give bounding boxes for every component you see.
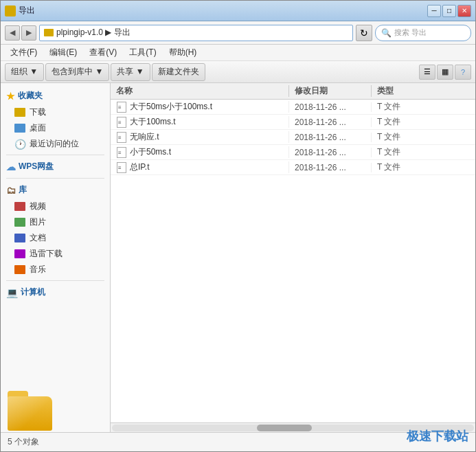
col-header-type[interactable]: 类型 xyxy=(372,85,475,97)
minimize-button[interactable]: ─ xyxy=(427,5,441,17)
search-placeholder: 搜索 导出 xyxy=(394,27,427,38)
menu-file[interactable]: 文件(F) xyxy=(5,45,43,60)
col-header-name[interactable]: 名称 xyxy=(111,85,289,97)
file-icon xyxy=(116,162,127,173)
file-name: 大于50ms小于100ms.t xyxy=(130,101,212,113)
file-date-cell: 2018-11-26 ... xyxy=(289,163,372,172)
sidebar-section-favorites: ★ 收藏夹 下载 桌面 🕐 最近访问的位 xyxy=(1,87,110,152)
sidebar-section-library: 🗂 库 视频 图片 文档 迅雷下载 xyxy=(1,181,110,278)
file-type-cell: T 文件 xyxy=(372,131,475,143)
organize-button[interactable]: 组织 ▼ xyxy=(5,63,44,81)
addressbar: ◀ ▶ plpingip-v1.0 ▶ 导出 ↻ 🔍 搜索 导出 xyxy=(1,21,475,45)
view-help-icon[interactable]: ? xyxy=(455,65,471,80)
sidebar-item-desktop[interactable]: 桌面 xyxy=(1,120,110,136)
file-name: 无响应.t xyxy=(130,131,159,143)
filelist-body: 大于50ms小于100ms.t 2018-11-26 ... T 文件 大于10… xyxy=(111,100,475,422)
sidebar-item-download[interactable]: 下载 xyxy=(1,104,110,120)
file-icon xyxy=(116,117,127,128)
sidebar-header-library[interactable]: 🗂 库 xyxy=(1,181,110,199)
sidebar-header-favorites[interactable]: ★ 收藏夹 xyxy=(1,87,110,104)
scrollbar-thumb[interactable] xyxy=(257,425,312,431)
view-details-icon[interactable]: ▦ xyxy=(437,65,453,80)
sidebar-item-doc[interactable]: 文档 xyxy=(1,230,110,246)
file-date-cell: 2018-11-26 ... xyxy=(289,117,372,127)
search-icon: 🔍 xyxy=(381,28,392,38)
file-name: 大于100ms.t xyxy=(130,116,176,128)
table-row[interactable]: 小于50ms.t 2018-11-26 ... T 文件 xyxy=(111,145,475,160)
file-icon xyxy=(116,102,127,113)
view-list-icon[interactable]: ☰ xyxy=(419,65,435,80)
table-row[interactable]: 总IP.t 2018-11-26 ... T 文件 xyxy=(111,160,475,175)
sidebar-item-recent[interactable]: 🕐 最近访问的位 xyxy=(1,136,110,152)
sidebar-section-computer: 💻 计算机 xyxy=(1,284,110,301)
path-folder-icon xyxy=(44,29,54,36)
status-text: 5 个对象 xyxy=(8,436,39,448)
menu-view[interactable]: 查看(V) xyxy=(84,45,122,60)
table-row[interactable]: 大于50ms小于100ms.t 2018-11-26 ... T 文件 xyxy=(111,100,475,115)
desktop-icon xyxy=(14,124,25,133)
path-box[interactable]: plpingip-v1.0 ▶ 导出 xyxy=(39,25,353,41)
include-library-button[interactable]: 包含到库中 ▼ xyxy=(45,63,109,81)
file-name-cell: 总IP.t xyxy=(111,161,289,173)
nav-buttons: ◀ ▶ xyxy=(5,25,36,41)
search-box[interactable]: 🔍 搜索 导出 xyxy=(375,25,471,41)
forward-button[interactable]: ▶ xyxy=(21,25,36,41)
recent-icon: 🕐 xyxy=(14,139,25,149)
col-header-date[interactable]: 修改日期 xyxy=(289,85,372,97)
doc-label: 文档 xyxy=(30,232,46,244)
folder-icon xyxy=(14,108,25,117)
menubar: 文件(F) 编辑(E) 查看(V) 工具(T) 帮助(H) xyxy=(1,45,475,61)
sidebar-header-computer[interactable]: 💻 计算机 xyxy=(1,284,110,301)
favorites-label: 收藏夹 xyxy=(18,90,43,102)
sidebar-section-wps: ☁ WPS网盘 xyxy=(1,158,110,175)
view-buttons: ☰ ▦ ? xyxy=(419,65,471,80)
sidebar-item-thunder[interactable]: 迅雷下载 xyxy=(1,246,110,262)
new-folder-button[interactable]: 新建文件夹 xyxy=(152,63,205,81)
computer-label: 计算机 xyxy=(21,286,45,298)
doc-icon xyxy=(14,234,25,242)
back-button[interactable]: ◀ xyxy=(5,25,20,41)
filelist-header: 名称 修改日期 类型 xyxy=(111,83,475,100)
file-date-cell: 2018-11-26 ... xyxy=(289,102,372,112)
picture-icon xyxy=(14,218,25,227)
share-button[interactable]: 共享 ▼ xyxy=(111,63,150,81)
path-text: plpingip-v1.0 ▶ 导出 xyxy=(56,27,131,38)
divider-2 xyxy=(6,178,104,179)
music-label: 音乐 xyxy=(30,264,46,275)
video-icon xyxy=(14,202,25,211)
file-name-cell: 小于50ms.t xyxy=(111,146,289,158)
filelist-container: 名称 修改日期 类型 大于50ms小于100ms.t 2018-11-26 ..… xyxy=(111,83,475,432)
sidebar-header-wps[interactable]: ☁ WPS网盘 xyxy=(1,158,110,175)
table-row[interactable]: 大于100ms.t 2018-11-26 ... T 文件 xyxy=(111,115,475,130)
menu-tools[interactable]: 工具(T) xyxy=(124,45,161,60)
file-name-cell: 无响应.t xyxy=(111,131,289,143)
file-name-cell: 大于100ms.t xyxy=(111,116,289,128)
main-content: ★ 收藏夹 下载 桌面 🕐 最近访问的位 xyxy=(1,83,475,432)
download-label: 下载 xyxy=(30,106,46,118)
horizontal-scrollbar[interactable] xyxy=(111,422,475,432)
menu-edit[interactable]: 编辑(E) xyxy=(44,45,82,60)
scrollbar-track xyxy=(112,425,474,431)
divider-3 xyxy=(6,280,104,281)
sidebar: ★ 收藏夹 下载 桌面 🕐 最近访问的位 xyxy=(1,83,111,432)
file-icon xyxy=(116,132,127,143)
video-label: 视频 xyxy=(30,201,46,212)
sidebar-item-picture[interactable]: 图片 xyxy=(1,214,110,230)
recent-label: 最近访问的位 xyxy=(30,138,79,150)
close-button[interactable]: ✕ xyxy=(457,5,471,17)
folder-shape xyxy=(8,396,52,431)
file-date-cell: 2018-11-26 ... xyxy=(289,133,372,142)
thunder-label: 迅雷下载 xyxy=(30,248,63,260)
window-controls: ─ □ ✕ xyxy=(427,5,471,17)
sidebar-item-video[interactable]: 视频 xyxy=(1,199,110,214)
table-row[interactable]: 无响应.t 2018-11-26 ... T 文件 xyxy=(111,130,475,145)
menu-help[interactable]: 帮助(H) xyxy=(163,45,203,60)
sidebar-item-music[interactable]: 音乐 xyxy=(1,262,110,278)
file-type-cell: T 文件 xyxy=(372,116,475,128)
file-date-cell: 2018-11-26 ... xyxy=(289,148,372,157)
library-label: 库 xyxy=(19,184,27,196)
pc-icon: 💻 xyxy=(6,287,18,298)
refresh-button[interactable]: ↻ xyxy=(356,25,372,41)
divider-1 xyxy=(6,155,104,155)
maximize-button[interactable]: □ xyxy=(442,5,456,17)
